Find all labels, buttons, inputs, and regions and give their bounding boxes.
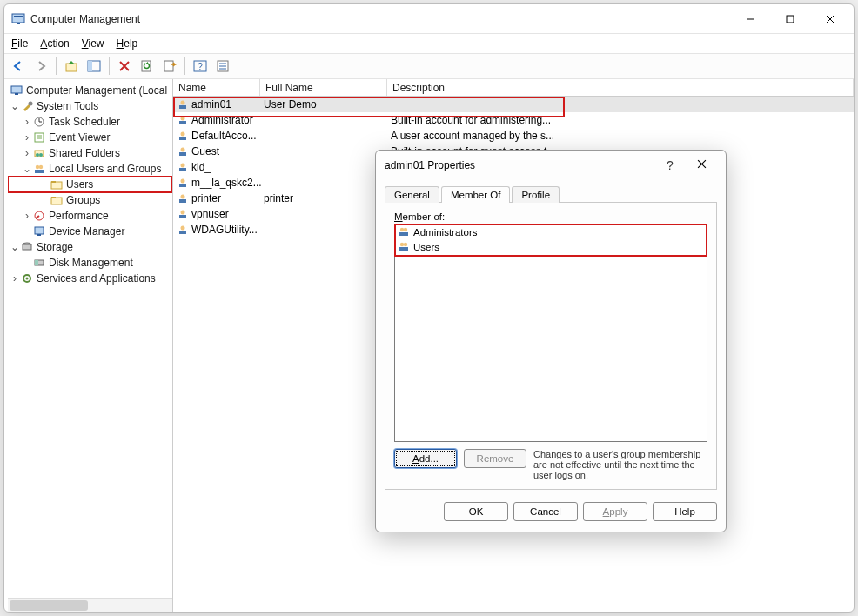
shared-icon [32,146,46,160]
folder-icon [50,177,64,191]
help-button[interactable]: Help [653,502,717,521]
panel-buttons: Add... Remove Changes to a user's group … [394,449,707,480]
tree-groups[interactable]: Groups [8,192,172,208]
tree-storage[interactable]: ⌄ Storage [8,239,172,255]
menubar: File Action View Help [4,34,854,53]
user-name: WDAGUtility... [191,224,258,236]
svg-point-55 [181,164,185,168]
svg-rect-4 [787,16,794,23]
window-controls [730,6,850,32]
computer-icon [10,84,23,97]
tree-hscroll[interactable] [8,598,172,612]
menu-action[interactable]: Action [40,37,69,50]
tree-root[interactable]: Computer Management (Local [8,83,172,98]
ok-button[interactable]: OK [444,502,508,521]
tree-system-tools[interactable]: ⌄ System Tools [8,98,172,114]
svg-rect-60 [179,199,186,203]
user-row[interactable]: AdministratorBuilt-in account for admini… [173,112,854,128]
minimize-button[interactable] [730,6,770,32]
show-hide-tree-button[interactable] [84,56,104,77]
tools-icon [20,99,34,113]
svg-point-30 [36,165,39,169]
user-row[interactable]: admin01User Demo [173,97,854,112]
user-row[interactable]: DefaultAcco...A user account managed by … [173,128,854,144]
services-icon [20,271,34,285]
svg-rect-48 [179,105,186,109]
back-button[interactable] [8,56,29,77]
tree-label: Groups [66,194,100,206]
tree-shared-folders[interactable]: › Shared Folders [8,145,172,161]
add-button[interactable]: Add... [394,449,457,468]
export-button[interactable] [159,56,180,77]
tree-device-manager[interactable]: Device Manager [8,224,172,239]
svg-rect-19 [15,93,18,95]
storage-icon [20,240,34,254]
toolbar: ? [4,53,854,79]
refresh-button[interactable] [137,56,158,77]
svg-rect-69 [399,232,408,236]
svg-rect-52 [179,137,186,140]
close-button[interactable] [810,6,850,32]
col-description[interactable]: Description [387,79,854,96]
svg-rect-0 [12,14,24,23]
pf-icon: › [10,272,20,285]
col-fullname[interactable]: Full Name [260,79,387,96]
tree-label: Disk Management [49,257,133,269]
menu-help[interactable]: Help [117,37,138,50]
tab-profile[interactable]: Profile [512,186,560,203]
apply-button[interactable]: Apply [583,502,647,521]
tree-root-label: Computer Management (Local [26,84,167,97]
help-button[interactable]: ? [190,56,211,77]
tree-performance[interactable]: › Performance [8,208,172,224]
list-header: Name Full Name Description [173,79,854,97]
svg-rect-33 [51,182,62,189]
tree-local-users-groups[interactable]: ⌄ Local Users and Groups [8,161,172,177]
svg-point-20 [29,102,33,106]
chevron-down-icon[interactable]: ⌄ [10,100,20,112]
user-name: Administrator [191,114,253,126]
user-icon [177,145,189,157]
menu-file[interactable]: File [11,37,28,50]
forward-button[interactable] [30,56,51,77]
tree-services-apps[interactable]: › Services and Applications [8,271,172,286]
user-name: kid_ [191,161,211,173]
perf-icon [32,209,46,223]
tab-member-of[interactable]: Member Of [441,186,511,203]
chevron-down-icon[interactable]: ⌄ [22,163,32,175]
chevron-down-icon[interactable]: ⌄ [10,241,20,253]
tab-general[interactable]: General [385,186,439,203]
dialog-close-button[interactable] [686,159,717,171]
tree-event-viewer[interactable]: › Event Viewer [8,130,172,145]
col-name[interactable]: Name [173,79,260,96]
pf-icon: › [22,131,32,144]
maximize-button[interactable] [770,6,810,32]
cancel-button[interactable]: Cancel [513,502,578,521]
properties-button[interactable] [212,56,233,77]
membership-note: Changes to a user's group membership are… [533,449,707,480]
svg-rect-62 [179,215,186,218]
dialog-tabs: General Member Of Profile [385,184,717,203]
user-icon [177,98,189,110]
tree-users[interactable]: Users [8,177,172,192]
tree-label: System Tools [37,100,98,112]
remove-button[interactable]: Remove [464,449,526,468]
dialog-help-button[interactable]: ? [654,158,686,172]
svg-rect-56 [179,168,186,171]
app-icon [11,12,25,26]
member-row[interactable]: Administrators [395,224,707,239]
svg-rect-72 [399,247,408,251]
up-button[interactable] [61,56,82,77]
member-row[interactable]: Users [395,239,707,254]
tree-task-scheduler[interactable]: › Task Scheduler [8,114,172,130]
svg-point-59 [181,195,185,199]
delete-button[interactable] [114,56,135,77]
svg-point-31 [39,165,43,169]
member-of-label: Member of: [394,211,707,222]
member-list[interactable]: AdministratorsUsers [394,224,707,442]
nav-tree[interactable]: Computer Management (Local ⌄ System Tool… [8,83,172,598]
svg-rect-36 [51,197,56,198]
svg-point-67 [400,227,404,231]
tree-label: Task Scheduler [49,116,120,128]
menu-view[interactable]: View [82,37,104,50]
tree-disk-management[interactable]: Disk Management [8,255,172,271]
